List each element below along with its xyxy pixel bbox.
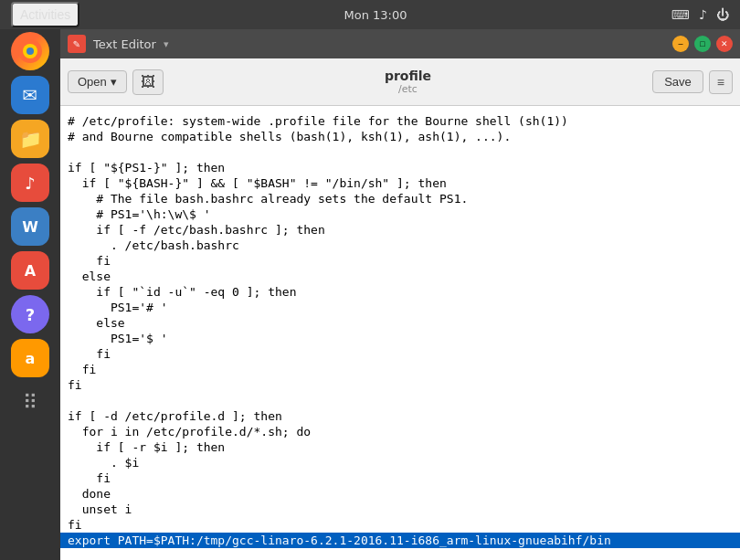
editor-line xyxy=(68,145,75,159)
editor-line: fi xyxy=(68,363,96,376)
power-icon[interactable]: ⏻ xyxy=(716,7,729,22)
editor-line: export PATH=$PATH:/tmp/gcc-linaro-6.2.1-… xyxy=(60,533,740,548)
system-topbar: Activities Mon 13:00 ⌨ ♪ ⏻ xyxy=(0,0,740,29)
editor-line: else xyxy=(68,316,125,330)
editor-line: # PS1='\h:\w\$ ' xyxy=(68,207,211,221)
file-path: /etc xyxy=(398,83,418,95)
editor-line: fi xyxy=(68,254,111,268)
app-icon: ✎ xyxy=(68,35,86,53)
editor-line: else xyxy=(68,269,111,283)
thunderbird-icon[interactable]: ✉ xyxy=(11,76,49,114)
menu-button[interactable]: ≡ xyxy=(709,70,733,94)
top-right-icons: ⌨ ♪ ⏻ xyxy=(671,7,729,22)
main-window: ✎ Text Editor ▾ – □ ✕ Open ▾ 🖼 prof xyxy=(60,29,740,560)
rhythmbox-icon[interactable]: ♪ xyxy=(11,164,49,202)
editor-area[interactable]: # /etc/profile: system-wide .profile fil… xyxy=(60,106,740,560)
editor-line: if [ -r $i ]; then xyxy=(68,440,225,454)
editor-line: # /etc/profile: system-wide .profile fil… xyxy=(68,114,568,128)
editor-line: PS1='# ' xyxy=(68,301,168,314)
editor-line: done xyxy=(68,487,111,501)
toolbar: Open ▾ 🖼 profile /etc Save ≡ xyxy=(60,58,740,106)
app-menu-arrow[interactable]: ▾ xyxy=(164,38,169,50)
editor-line: if [ -d /etc/profile.d ]; then xyxy=(68,409,282,423)
editor-line: if [ "${BASH-}" ] && [ "$BASH" != "/bin/… xyxy=(68,176,447,190)
editor-line: # The file bash.bashrc already sets the … xyxy=(68,192,468,206)
editor-content: # /etc/profile: system-wide .profile fil… xyxy=(60,110,740,560)
firefox-icon[interactable] xyxy=(11,32,49,70)
help-icon[interactable]: ? xyxy=(11,295,49,333)
editor-line xyxy=(68,394,75,407)
editor-line: if [ "${PS1-}" ]; then xyxy=(68,161,225,174)
editor-line: fi xyxy=(68,347,111,361)
editor-line: unset i xyxy=(68,502,132,516)
editor-line: if [ "`id -u`" -eq 0 ]; then xyxy=(68,285,296,299)
amazon-icon[interactable]: a xyxy=(11,339,49,377)
minimize-button[interactable]: – xyxy=(672,36,689,52)
save-button[interactable]: Save xyxy=(652,70,703,93)
maximize-button[interactable]: □ xyxy=(694,36,711,52)
open-button[interactable]: Open ▾ xyxy=(68,70,127,93)
editor-line: fi xyxy=(68,471,111,485)
open-arrow: ▾ xyxy=(111,75,117,89)
insert-image-button[interactable]: 🖼 xyxy=(132,69,164,95)
clock: Mon 13:00 xyxy=(344,8,407,22)
volume-icon[interactable]: ♪ xyxy=(699,7,707,22)
editor-line: PS1='$ ' xyxy=(68,332,168,345)
activities-button[interactable]: Activities xyxy=(11,2,79,27)
titlebar-left: ✎ Text Editor ▾ xyxy=(68,35,168,53)
titlebar-right: – □ ✕ xyxy=(672,36,733,52)
close-button[interactable]: ✕ xyxy=(716,36,733,52)
editor-line: if [ -f /etc/bash.bashrc ]; then xyxy=(68,223,325,237)
editor-line: fi xyxy=(68,518,82,532)
svg-point-2 xyxy=(26,48,34,55)
writer-icon[interactable]: W xyxy=(11,207,49,246)
editor-line: . $i xyxy=(68,456,139,470)
software-icon[interactable]: A xyxy=(11,251,49,290)
keyboard-icon[interactable]: ⌨ xyxy=(671,7,690,22)
toolbar-center: profile /etc xyxy=(169,69,647,95)
file-name: profile xyxy=(385,69,431,83)
editor-line: # and Bourne compatible shells (bash(1),… xyxy=(68,130,511,143)
files-icon[interactable]: 📁 xyxy=(11,120,49,158)
editor-line: . /etc/bash.bashrc xyxy=(68,238,239,252)
app-name: Text Editor xyxy=(93,37,156,51)
editor-line: fi xyxy=(68,378,82,392)
sidebar: ✉ 📁 ♪ W A ? a ⠿ xyxy=(0,29,60,560)
open-label: Open xyxy=(78,75,107,89)
apps-icon[interactable]: ⠿ xyxy=(11,383,49,421)
editor-line: for i in /etc/profile.d/*.sh; do xyxy=(68,425,311,438)
titlebar: ✎ Text Editor ▾ – □ ✕ xyxy=(60,29,740,58)
